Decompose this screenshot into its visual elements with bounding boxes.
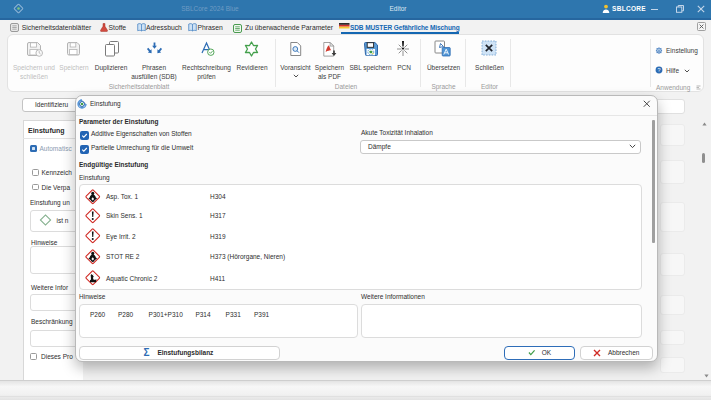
- svg-text:?: ?: [657, 67, 660, 73]
